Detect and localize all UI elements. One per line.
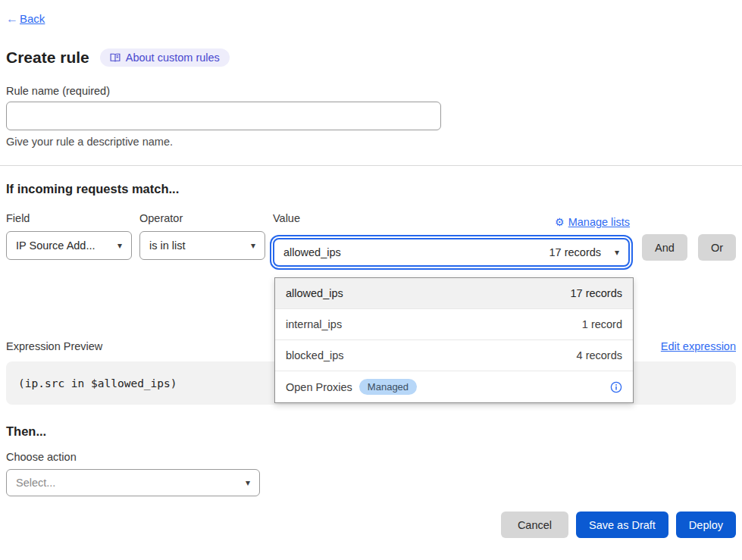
field-column: Field IP Source Add... ▾ [6, 212, 132, 260]
page-title: Create rule [6, 48, 89, 67]
about-badge-label: About custom rules [126, 52, 220, 64]
value-select-name: allowed_ips [283, 246, 341, 258]
rule-name-label: Rule name (required) [6, 85, 736, 97]
value-label: Value [273, 212, 300, 224]
operator-label: Operator [139, 212, 265, 224]
about-custom-rules-badge[interactable]: About custom rules [100, 48, 230, 67]
expression-preview-label: Expression Preview [6, 340, 102, 352]
value-select-record-count: 17 records [549, 246, 602, 258]
value-column: Value ⚙ Manage lists allowed_ips 17 reco… [273, 212, 630, 267]
chevron-down-icon: ▾ [240, 477, 250, 488]
then-heading: Then... [6, 424, 736, 439]
book-icon [110, 53, 121, 63]
list-item-count: 17 records [570, 287, 622, 299]
or-button[interactable]: Or [698, 234, 736, 261]
operator-select-value: is in list [149, 239, 186, 252]
back-arrow-icon: ← [6, 12, 18, 25]
manage-lists-label: Manage lists [568, 216, 630, 228]
save-as-draft-button[interactable]: Save as Draft [576, 512, 668, 538]
list-item[interactable]: internal_ips 1 record [275, 309, 633, 340]
list-item-name: blocked_ips [286, 349, 344, 361]
info-icon[interactable] [610, 381, 622, 393]
chevron-down-icon: ▾ [111, 240, 122, 251]
list-item-name: allowed_ips [286, 287, 343, 299]
manage-lists-link[interactable]: ⚙ Manage lists [555, 216, 630, 228]
cancel-button[interactable]: Cancel [501, 512, 568, 538]
back-link[interactable]: Back [20, 12, 45, 25]
managed-badge: Managed [359, 379, 417, 395]
list-item[interactable]: blocked_ips 4 records [275, 340, 633, 371]
title-row: Create rule About custom rules [6, 48, 736, 67]
list-item-name: internal_ips [286, 318, 342, 330]
rule-name-helper-text: Give your rule a descriptive name. [6, 136, 736, 148]
footer-actions: Cancel Save as Draft Deploy [6, 512, 736, 538]
operator-column: Operator is in list ▾ [139, 212, 265, 260]
list-item-count: 4 records [577, 349, 622, 361]
field-select-value: IP Source Add... [16, 239, 95, 252]
deploy-button[interactable]: Deploy [676, 512, 736, 538]
chevron-down-icon: ▾ [245, 240, 255, 251]
list-item[interactable]: allowed_ips 17 records [275, 278, 633, 309]
create-rule-page: ←Back Create rule About custom rules Rul… [0, 0, 742, 560]
operator-select[interactable]: is in list ▾ [139, 231, 265, 260]
rule-name-input[interactable] [6, 102, 441, 130]
action-select[interactable]: Select... ▾ [6, 469, 260, 496]
field-label: Field [6, 212, 132, 224]
expression-code: (ip.src in $allowed_ips) [18, 377, 177, 389]
back-row: ←Back [6, 0, 736, 26]
list-item-name: Open Proxies [286, 381, 352, 393]
chevron-down-icon: ▾ [609, 247, 619, 258]
logic-buttons: And Or [642, 234, 736, 261]
edit-expression-link[interactable]: Edit expression [661, 340, 736, 352]
list-item[interactable]: Open Proxies Managed [275, 371, 633, 402]
and-button[interactable]: And [642, 234, 687, 261]
section-divider [0, 165, 742, 166]
value-select[interactable]: allowed_ips 17 records ▾ [273, 238, 630, 267]
match-section-heading: If incoming requests match... [6, 182, 736, 196]
action-select-placeholder: Select... [16, 477, 55, 489]
value-label-row: Value ⚙ Manage lists [273, 212, 630, 231]
choose-action-label: Choose action [6, 451, 736, 463]
value-dropdown-menu: allowed_ips 17 records internal_ips 1 re… [274, 277, 634, 403]
field-select[interactable]: IP Source Add... ▾ [6, 231, 132, 260]
gear-icon: ⚙ [555, 216, 565, 228]
condition-row: Field IP Source Add... ▾ Operator is in … [6, 212, 736, 267]
list-item-count: 1 record [582, 318, 622, 330]
